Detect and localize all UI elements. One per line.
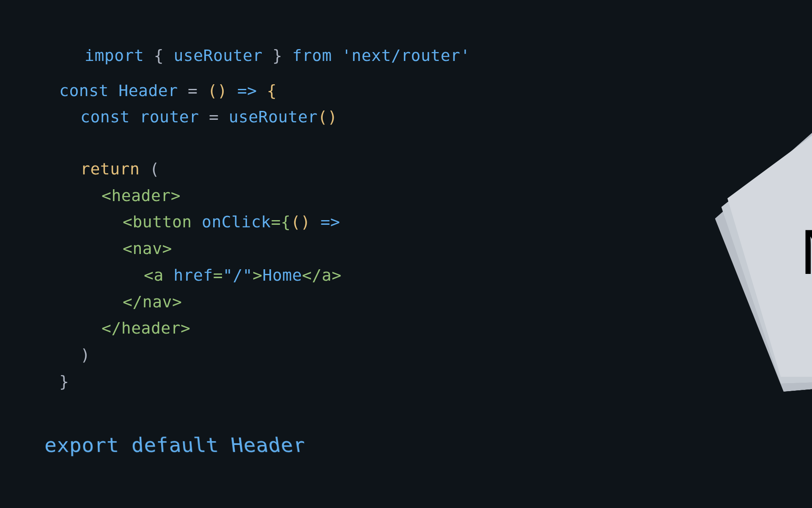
- arrow: =>: [321, 213, 340, 231]
- code-line-header-close: </header>: [59, 315, 753, 342]
- keyword-import: import: [85, 46, 144, 65]
- logo-letter-n: N: [800, 215, 812, 289]
- code-line-header-open: <header>: [59, 182, 753, 209]
- string: "/": [223, 266, 252, 284]
- logo-text: NEXT.JS: [800, 215, 812, 289]
- keyword-from: from: [292, 46, 332, 65]
- jsx-tag: </nav>: [123, 293, 182, 311]
- parens: (): [208, 81, 228, 100]
- function-call: useRouter: [229, 108, 318, 126]
- operator: =: [213, 266, 223, 284]
- jsx-tag: </a>: [302, 266, 342, 284]
- code-line-close-brace: }: [59, 368, 753, 395]
- jsx-attr: href: [173, 266, 213, 284]
- keyword-const: const: [80, 108, 130, 126]
- jsx-close: >: [252, 266, 262, 284]
- identifier: router: [140, 108, 199, 126]
- brace: }: [272, 46, 282, 65]
- parens: (): [318, 108, 337, 126]
- paren: ): [80, 345, 90, 364]
- code-block: import { useRouter } from 'next/router' …: [0, 0, 812, 504]
- keyword-default: default: [131, 433, 219, 457]
- jsx-tag: <a: [144, 266, 164, 284]
- jsx-tag: <header>: [102, 186, 181, 205]
- identifier: useRouter: [173, 46, 262, 65]
- code-line-import: import { useRouter } from 'next/router': [59, 42, 753, 69]
- jsx-tag: <button: [123, 213, 192, 231]
- code-line-button: <button onClick={() =>: [59, 209, 753, 235]
- identifier: Header: [118, 81, 178, 100]
- parens: (): [291, 213, 310, 231]
- identifier: Header: [230, 433, 307, 457]
- code-line-nav-open: <nav>: [59, 235, 753, 262]
- code-line-return: return (: [59, 156, 753, 182]
- brace: {: [154, 46, 164, 65]
- code-line-export: export default Header: [44, 429, 760, 462]
- brace: {: [267, 81, 277, 100]
- arrow: =>: [237, 81, 257, 100]
- operator: =: [209, 108, 219, 126]
- paren: (: [150, 160, 159, 178]
- keyword-return: return: [80, 160, 140, 178]
- brace: }: [59, 372, 69, 391]
- string-path: 'next/router': [342, 46, 470, 65]
- keyword-export: export: [44, 433, 120, 457]
- jsx-text: Home: [263, 266, 302, 284]
- code-line-const-router: const router = useRouter(): [59, 104, 753, 130]
- jsx-tag: </header>: [102, 319, 190, 337]
- jsx-tag: <nav>: [123, 239, 172, 258]
- code-line-nav-close: </nav>: [59, 289, 753, 315]
- code-line-close-paren: ): [59, 342, 753, 368]
- code-line-const-header: const Header = () => {: [59, 77, 753, 104]
- jsx-attr: onClick: [202, 213, 271, 231]
- keyword-const: const: [59, 81, 109, 100]
- code-line-anchor: <a href="/">Home</a>: [59, 262, 753, 289]
- operator: =: [188, 81, 198, 100]
- jsx-brace: ={: [271, 213, 291, 231]
